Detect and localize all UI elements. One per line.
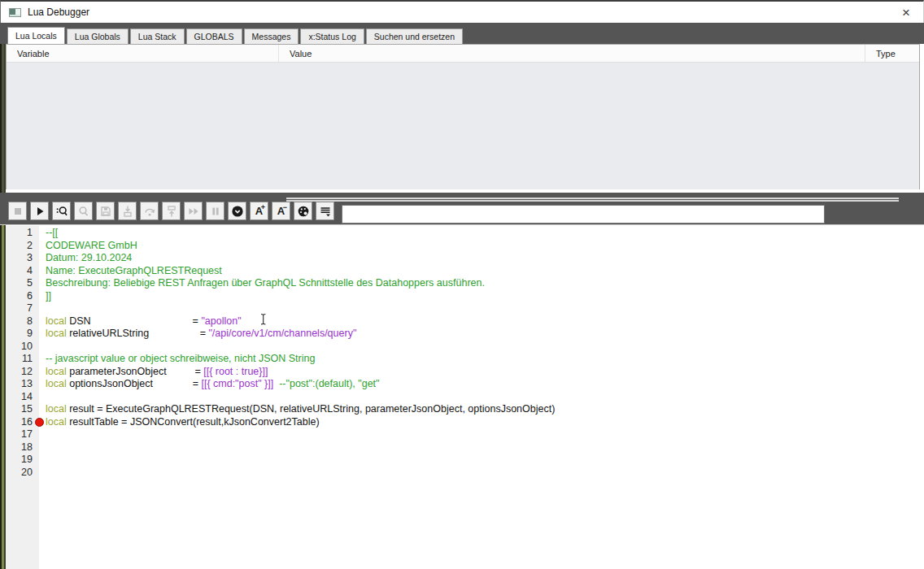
run-to-cursor-button[interactable] [184,202,203,220]
code-text[interactable] [39,441,46,454]
search-input[interactable] [342,205,825,224]
close-icon[interactable]: × [897,4,915,22]
tab-label: Lua Locals [15,31,57,41]
tab-lua-stack[interactable]: Lua Stack [130,28,185,44]
line-number[interactable]: 9 [6,328,39,341]
code-line: 14 [6,391,924,404]
code-line: 5Beschreibung: Beliebige REST Anfragen ü… [6,277,924,290]
save-icon [99,205,112,218]
step-over-button[interactable] [140,202,159,220]
line-number[interactable]: 1 [6,227,39,240]
code-text[interactable]: local resultTable = JSONConvert(result,k… [39,416,320,429]
code-text[interactable] [39,341,46,354]
code-text[interactable]: local parameterJsonObject = [[{ root : t… [39,366,268,379]
toggle-breakpoint-button[interactable] [228,202,246,220]
window-title: Lua Debugger [28,7,89,18]
line-number[interactable]: 8 [6,315,39,328]
variables-header-row: Variable Value Type [7,45,919,63]
splitter-grip[interactable] [286,198,899,202]
title-bar[interactable]: Lua Debugger × [0,0,924,23]
line-number[interactable]: 16 [6,416,39,429]
font-decrease-button[interactable]: A − [272,202,290,220]
code-text[interactable]: -- javascript value or object schreibwei… [39,353,315,366]
line-options-button[interactable] [316,202,334,220]
tab-lua-locals[interactable]: Lua Locals [7,27,65,44]
code-text[interactable]: local result = ExecuteGraphQLRESTRequest… [39,403,555,416]
code-line: 3Datum: 29.10.2024 [6,252,924,265]
code-text[interactable]: local relativeURLString = "/api/core/v1/… [39,328,356,341]
ibeam-cursor-icon [259,313,268,326]
toolbar-buttons: A + A − [8,202,334,220]
line-number[interactable]: 18 [6,441,39,454]
column-header-type[interactable]: Type [865,45,919,62]
run-button[interactable] [30,202,49,220]
tab-status-log[interactable]: x:Status Log [300,28,364,44]
line-number[interactable]: 3 [6,252,39,265]
stop-icon [11,205,24,218]
line-number[interactable]: 10 [6,341,39,354]
step-into-icon [121,205,134,218]
code-text[interactable] [39,428,46,441]
code-editor[interactable]: 1--[[2CODEWARE GmbH3Datum: 29.10.20244Na… [6,226,924,569]
line-number[interactable]: 12 [6,366,39,379]
column-header-value[interactable]: Value [279,45,865,62]
tab-label: x:Status Log [308,32,355,41]
code-text[interactable]: ]] [39,290,51,303]
line-number[interactable]: 14 [6,391,39,404]
line-number[interactable]: 7 [6,302,39,315]
code-line: 17 [6,428,924,441]
line-number[interactable]: 15 [6,403,39,416]
save-button[interactable] [96,202,115,220]
code-text[interactable]: Name: ExecuteGraphQLRESTRequest [39,265,222,278]
code-text[interactable] [39,302,46,315]
plus-icon: + [261,204,265,211]
code-text[interactable]: Beschreibung: Beliebige REST Anfragen üb… [39,277,485,290]
line-number[interactable]: 6 [6,290,39,303]
code-text[interactable]: local DSN = "apollon" [39,315,242,328]
tab-globals[interactable]: GLOBALS [186,28,242,44]
tab-label: Lua Stack [138,32,177,41]
zoom-button[interactable] [74,202,93,220]
tab-label: GLOBALS [194,32,234,41]
code-text[interactable]: Datum: 29.10.2024 [39,252,132,265]
pause-icon [209,205,222,218]
breakpoint-marker[interactable] [35,418,44,427]
tab-messages[interactable]: Messages [244,28,299,44]
code-line: 4Name: ExecuteGraphQLRESTRequest [6,265,924,278]
breakpoint-circle-icon [231,205,244,218]
pause-button[interactable] [206,202,224,220]
step-out-button[interactable] [162,202,181,220]
code-text[interactable] [39,454,46,467]
code-text[interactable]: CODEWARE GmbH [39,240,137,253]
line-number[interactable]: 2 [6,240,39,253]
code-text[interactable] [39,391,46,404]
line-number[interactable]: 17 [6,428,39,441]
stop-button[interactable] [8,202,27,220]
line-number[interactable]: 5 [6,277,39,290]
variables-panel: Variable Value Type [6,44,920,189]
line-number[interactable]: 19 [6,454,39,467]
line-number[interactable]: 11 [6,353,39,366]
code-line: 7 [6,302,924,315]
line-number[interactable]: 20 [6,467,39,480]
tab-strip: Lua Locals Lua Globals Lua Stack GLOBALS… [0,23,924,44]
code-text[interactable]: --[[ [39,227,58,240]
tab-search-replace[interactable]: Suchen und ersetzen [366,28,463,44]
code-line: 19 [6,454,924,467]
fast-forward-icon [187,205,200,218]
variables-body[interactable] [7,63,919,189]
line-number[interactable]: 13 [6,378,39,391]
code-text[interactable]: local optionsJsonObject = [[{ cmd:"post"… [39,378,380,391]
palette-icon [297,205,310,218]
play-icon [33,205,46,218]
code-line: 9local relativeURLString = "/api/core/v1… [6,328,924,341]
tab-lua-globals[interactable]: Lua Globals [67,28,129,44]
code-line: 6]] [6,290,924,303]
line-number[interactable]: 4 [6,265,39,278]
code-text[interactable] [39,467,46,480]
colors-button[interactable] [294,202,312,220]
column-header-variable[interactable]: Variable [7,45,279,62]
find-button[interactable] [52,202,71,220]
step-into-button[interactable] [118,202,137,220]
font-increase-button[interactable]: A + [250,202,268,220]
